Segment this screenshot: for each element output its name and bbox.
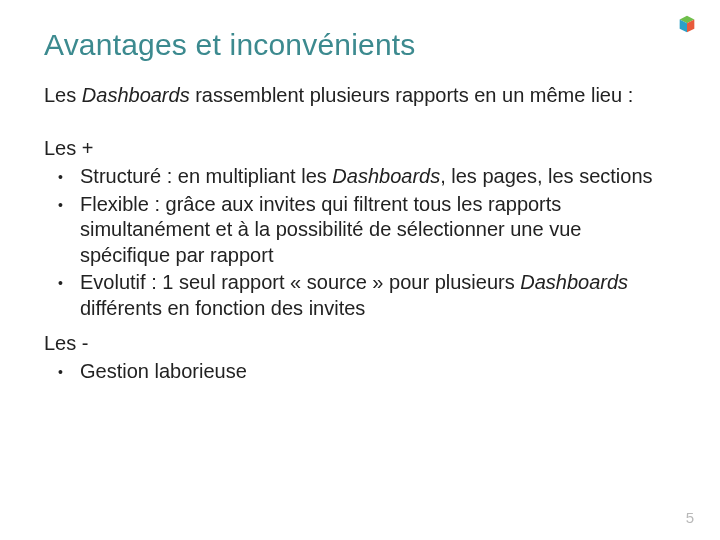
- pros-item: Flexible : grâce aux invites qui filtren…: [44, 192, 676, 269]
- lead-em: Dashboards: [82, 84, 190, 106]
- cube-logo: [676, 14, 698, 36]
- page-number: 5: [686, 509, 694, 526]
- pros-label: Les +: [44, 137, 676, 160]
- lead-post: rassemblent plusieurs rapports en un mêm…: [190, 84, 634, 106]
- slide-title: Avantages et inconvénients: [44, 28, 676, 62]
- slide: Avantages et inconvénients Les Dashboard…: [0, 0, 720, 540]
- cons-label: Les -: [44, 332, 676, 355]
- pros-list: Structuré : en multipliant les Dashboard…: [44, 164, 676, 322]
- lead-text: Les Dashboards rassemblent plusieurs rap…: [44, 84, 676, 107]
- cons-item: Gestion laborieuse: [44, 359, 676, 385]
- cons-list: Gestion laborieuse: [44, 359, 676, 385]
- pros-item: Evolutif : 1 seul rapport « source » pou…: [44, 270, 676, 321]
- pros-item: Structuré : en multipliant les Dashboard…: [44, 164, 676, 190]
- lead-pre: Les: [44, 84, 82, 106]
